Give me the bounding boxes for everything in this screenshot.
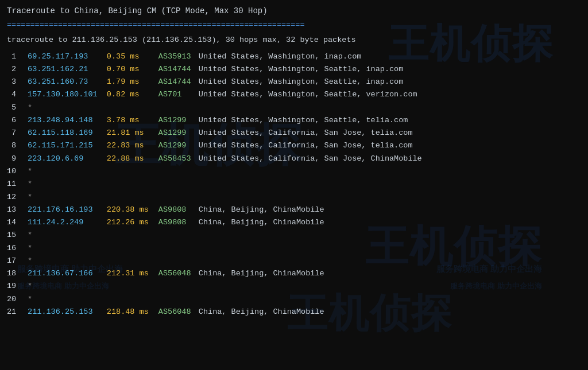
hop-as: AS14744 [158, 76, 199, 88]
hop-ip: 221.176.16.193 [23, 204, 107, 216]
hop-ip: 63.251.160.73 [23, 76, 107, 88]
hop-number: 12 [7, 191, 23, 204]
separator-line: ========================================… [7, 19, 581, 32]
hop-number: 21 [7, 306, 23, 318]
hop-star: * [23, 255, 32, 267]
hop-ip: 223.120.6.69 [23, 153, 107, 165]
table-row: 21 211.136.25.153 218.48 ms AS56048 Chin… [7, 306, 581, 318]
hop-star: * [23, 191, 32, 204]
title-line: Traceroute to China, Beijing CM (TCP Mod… [7, 5, 581, 18]
hop-location: China, Beijing, ChinaMobile [199, 267, 324, 280]
table-row: 6 213.248.94.148 3.78 ms AS1299 United S… [7, 114, 581, 127]
hop-number: 1 [7, 50, 23, 63]
hop-as: AS9808 [158, 216, 199, 229]
hops-container: 1 69.25.117.193 0.35 ms AS35913 United S… [7, 50, 581, 319]
hop-location: United States, Washington, Seattle, teli… [199, 114, 408, 127]
hop-ms: 22.83 ms [107, 139, 158, 152]
hop-location: China, Beijing, ChinaMobile [199, 216, 324, 229]
hop-star: * [23, 165, 32, 178]
hop-number: 9 [7, 153, 23, 165]
hop-ip: 69.25.117.193 [23, 50, 107, 63]
hop-ip: 213.248.94.148 [23, 114, 107, 127]
hop-location: United States, Washington, inap.com [199, 50, 362, 63]
hop-ip: 63.251.162.21 [23, 63, 107, 76]
hop-ip: 62.115.171.215 [23, 139, 107, 152]
hop-ms: 212.31 ms [107, 267, 158, 280]
table-row: 12 * [7, 191, 581, 204]
table-row: 4 157.130.180.101 0.82 ms AS701 United S… [7, 88, 581, 101]
table-row: 13 221.176.16.193 220.38 ms AS9808 China… [7, 204, 581, 216]
table-row: 5 * [7, 102, 581, 114]
hop-number: 7 [7, 127, 23, 139]
table-row: 17 * [7, 255, 581, 267]
hop-number: 11 [7, 178, 23, 190]
table-row: 15 * [7, 229, 581, 242]
hop-location: United States, California, San Jose, Chi… [199, 153, 422, 165]
hop-location: China, Beijing, ChinaMobile [199, 306, 324, 318]
hop-as: AS58453 [158, 153, 199, 165]
hop-number: 19 [7, 280, 23, 293]
table-row: 7 62.115.118.169 21.81 ms AS1299 United … [7, 127, 581, 139]
hop-number: 17 [7, 255, 23, 267]
hop-ms: 220.38 ms [107, 204, 158, 216]
hop-number: 8 [7, 139, 23, 152]
hop-number: 4 [7, 88, 23, 101]
hop-ms: 212.26 ms [107, 216, 158, 229]
title-text: Traceroute to China, Beijing CM (TCP Mod… [7, 6, 268, 15]
hop-as: AS14744 [158, 63, 199, 76]
hop-ms: 1.79 ms [107, 76, 158, 88]
table-row: 8 62.115.171.215 22.83 ms AS1299 United … [7, 139, 581, 152]
table-row: 3 63.251.160.73 1.79 ms AS14744 United S… [7, 76, 581, 88]
table-row: 19 * [7, 280, 581, 293]
hop-number: 13 [7, 204, 23, 216]
hop-as: AS35913 [158, 50, 199, 63]
hop-as: AS56048 [158, 267, 199, 280]
terminal-output: Traceroute to China, Beijing CM (TCP Mod… [0, 0, 588, 323]
hop-star: * [23, 280, 32, 293]
hop-as: AS1299 [158, 139, 199, 152]
hop-location: United States, Washington, Seattle, veri… [199, 88, 417, 101]
hop-number: 5 [7, 102, 23, 114]
hop-location: China, Beijing, ChinaMobile [199, 204, 324, 216]
hop-star: * [23, 178, 32, 190]
table-row: 2 63.251.162.21 0.70 ms AS14744 United S… [7, 63, 581, 76]
hop-star: * [23, 102, 32, 114]
table-row: 20 * [7, 293, 581, 306]
hop-ip: 62.115.118.169 [23, 127, 107, 139]
hop-ms: 0.82 ms [107, 88, 158, 101]
table-row: 18 211.136.67.166 212.31 ms AS56048 Chin… [7, 267, 581, 280]
hop-as: AS1299 [158, 127, 199, 139]
hop-number: 10 [7, 165, 23, 178]
hop-star: * [23, 293, 32, 306]
hop-number: 16 [7, 242, 23, 255]
hop-number: 15 [7, 229, 23, 242]
table-row: 10 * [7, 165, 581, 178]
hop-star: * [23, 229, 32, 242]
hop-number: 3 [7, 76, 23, 88]
hop-location: United States, Washington, Seattle, inap… [199, 63, 403, 76]
hop-ip: 211.136.25.153 [23, 306, 107, 318]
table-row: 14 111.24.2.249 212.26 ms AS9808 China, … [7, 216, 581, 229]
hop-ip: 211.136.67.166 [23, 267, 107, 280]
table-row: 1 69.25.117.193 0.35 ms AS35913 United S… [7, 50, 581, 63]
hop-ms: 3.78 ms [107, 114, 158, 127]
hop-ms: 21.81 ms [107, 127, 158, 139]
hop-ms: 22.88 ms [107, 153, 158, 165]
hop-as: AS701 [158, 88, 199, 101]
table-row: 11 * [7, 178, 581, 190]
hop-ms: 218.48 ms [107, 306, 158, 318]
table-row: 16 * [7, 242, 581, 255]
hop-ip: 157.130.180.101 [23, 88, 107, 101]
hop-location: United States, Washington, Seattle, inap… [199, 76, 403, 88]
hop-ip: 111.24.2.249 [23, 216, 107, 229]
hop-ms: 0.70 ms [107, 63, 158, 76]
hop-as: AS9808 [158, 204, 199, 216]
hop-as: AS1299 [158, 114, 199, 127]
hop-ms: 0.35 ms [107, 50, 158, 63]
hop-number: 20 [7, 293, 23, 306]
hop-number: 2 [7, 63, 23, 76]
hop-location: United States, California, San Jose, tel… [199, 127, 413, 139]
hop-number: 18 [7, 267, 23, 280]
hop-star: * [23, 242, 32, 255]
hop-number: 14 [7, 216, 23, 229]
